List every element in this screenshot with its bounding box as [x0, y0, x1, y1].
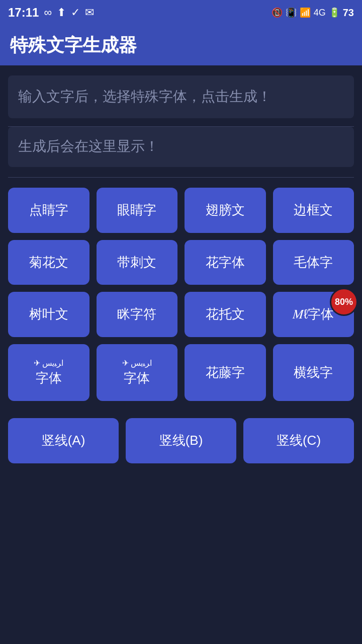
btn-ml-zi-ti[interactable]: 80% 𝑀ℓ字体: [273, 292, 354, 337]
battery-percent: 73: [343, 7, 354, 19]
bottom-spacer: [8, 463, 354, 514]
arabic-deco-a: ✈ ﺍﺮﺒﻳﺲ: [12, 358, 85, 369]
btn-hua-teng-zi[interactable]: 花藤字: [185, 344, 266, 401]
divider-2: [8, 177, 354, 178]
vibrate-icon: 📳: [286, 7, 297, 18]
battery-icon: 🔋: [329, 7, 340, 18]
btn-hua-tuo-wen[interactable]: 花托文: [185, 292, 266, 337]
ad-badge: 80%: [330, 288, 358, 316]
btn-ju-hua-wen[interactable]: 菊花文: [8, 240, 89, 285]
btn-dai-ci-wen[interactable]: 带刺文: [97, 240, 178, 285]
app-title: 特殊文字生成器: [10, 33, 137, 58]
btn-mao-ti-zi[interactable]: 毛体字: [273, 240, 354, 285]
app-bar: 特殊文字生成器: [0, 25, 362, 65]
mail-icon: ✉: [85, 6, 94, 19]
btn-bian-kuang-wen[interactable]: 边框文: [273, 188, 354, 233]
btn-heng-xian-zi[interactable]: 横线字: [273, 344, 354, 401]
btn-yan-jing-zi[interactable]: 眼睛字: [97, 188, 178, 233]
arabic-deco-b: ✈ ﺍﺮﺒﻳﺲ: [101, 358, 174, 369]
btn-mei-zi-fu[interactable]: 眯字符: [97, 292, 178, 337]
status-time: 17:11: [8, 6, 39, 20]
btn-chi-bang-wen[interactable]: 翅膀文: [185, 188, 266, 233]
status-left: 17:11 ∞ ⬆ ✓ ✉: [8, 6, 94, 20]
wifi-icon: 📶: [300, 7, 311, 18]
upload-icon: ⬆: [57, 6, 66, 19]
button-row-1: 点睛字 眼睛字 翅膀文 边框文 菊花文 带刺文 花字体 毛体字 树叶文 眯字符 …: [8, 188, 354, 411]
btn-dian-jing-zi[interactable]: 点睛字: [8, 188, 89, 233]
signal-icon: 4G: [314, 8, 326, 18]
btn-shu-ye-wen[interactable]: 树叶文: [8, 292, 89, 337]
main-content: 输入文字后，选择特殊字体，点击生成！ 生成后会在这里显示！ 点睛字 眼睛字 翅膀…: [0, 65, 362, 524]
status-bar: 17:11 ∞ ⬆ ✓ ✉ 📵 📳 📶 4G 🔋 73: [0, 0, 362, 25]
btn-zi-ti-b[interactable]: ✈ ﺍﺮﺒﻳﺲ 字体: [97, 344, 178, 401]
phone-icon: 📵: [272, 7, 283, 18]
infinity-icon: ∞: [44, 6, 52, 19]
output-section: 生成后会在这里显示！: [8, 127, 354, 167]
btn-zhu-xian-c[interactable]: 竖线(C): [243, 418, 354, 463]
btn-zi-ti-a[interactable]: ✈ ﺍﺮﺒﻳﺲ 字体: [8, 344, 89, 401]
btn-zhu-xian-a[interactable]: 竖线(A): [8, 418, 119, 463]
ml-label: 𝑀ℓ字体: [293, 306, 334, 321]
input-section[interactable]: 输入文字后，选择特殊字体，点击生成！: [8, 75, 354, 118]
output-placeholder: 生成后会在这里显示！: [18, 137, 344, 156]
status-right: 📵 📳 📶 4G 🔋 73: [272, 7, 354, 19]
btn-zhu-xian-b[interactable]: 竖线(B): [126, 418, 236, 463]
button-row-5: 竖线(A) 竖线(B) 竖线(C): [8, 418, 354, 463]
btn-hua-zi-ti[interactable]: 花字体: [185, 240, 266, 285]
check-icon: ✓: [71, 6, 80, 19]
zi-ti-b-label: 字体: [124, 370, 150, 385]
zi-ti-a-label: 字体: [36, 370, 62, 385]
input-placeholder[interactable]: 输入文字后，选择特殊字体，点击生成！: [18, 86, 344, 108]
